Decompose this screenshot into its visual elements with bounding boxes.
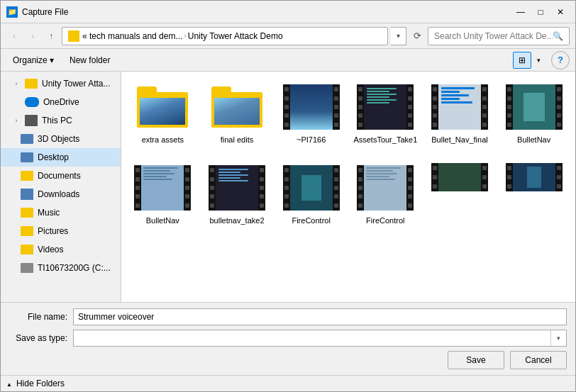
help-button[interactable]: ? (551, 51, 570, 69)
sidebar-item-music[interactable]: Music (1, 203, 121, 222)
search-box[interactable]: 🔍 (428, 27, 570, 45)
music-folder-icon (21, 208, 33, 218)
main-area: Unity Tower Atta... OneDrive This PC 3D … (1, 72, 575, 302)
file-thumb-bulletnav-take2 (209, 163, 265, 213)
onedrive-icon (25, 97, 39, 107)
sidebar-label-videos: Videos (38, 245, 63, 254)
sidebar-label-music: Music (38, 208, 60, 218)
file-label-bulletnav-take2: bulletnav_take2 (209, 215, 264, 225)
filename-input[interactable] (73, 308, 567, 325)
organize-button[interactable]: Organize ▾ (6, 52, 60, 69)
file-item-final-edits[interactable]: final edits (201, 77, 273, 155)
sidebar-item-downloads[interactable]: Downloads (1, 185, 121, 203)
file-label-bullet-nav2: BulletNav (146, 215, 179, 225)
file-thumb-extra-assets (134, 82, 191, 132)
search-input[interactable] (434, 31, 553, 41)
file-item-row3-1[interactable] (424, 158, 496, 194)
drive-c-icon (21, 263, 33, 273)
sidebar-item-drive-c[interactable]: TI10673200G (C:... (1, 259, 121, 277)
title-bar-controls: — □ ✕ (511, 5, 570, 19)
window-title: Capture File (22, 7, 511, 17)
sidebar-label-documents: Documents (38, 171, 81, 181)
file-item-bullet-nav1[interactable]: BulletNav (498, 77, 570, 155)
file-thumb-assets-tour (357, 82, 414, 132)
new-folder-button[interactable]: New folder (63, 52, 116, 69)
sidebar-item-3d-objects[interactable]: 3D Objects (1, 130, 121, 148)
file-grid: extra assets final edits (121, 72, 575, 302)
hide-folders-icon (6, 379, 12, 388)
toolbar: Organize ▾ New folder ⊞ ▾ ? (1, 49, 575, 72)
sidebar-label-desktop: Desktop (38, 152, 69, 162)
expand-icon (12, 79, 21, 88)
documents-folder-icon (21, 171, 33, 181)
sidebar-label-this-pc: This PC (42, 116, 72, 125)
search-icon: 🔍 (553, 31, 563, 41)
sidebar-label-3d-objects: 3D Objects (38, 134, 79, 144)
file-item-pi7166[interactable]: ~PI7166 (275, 77, 347, 155)
view-dropdown-button[interactable]: ▾ (533, 52, 544, 69)
pc-icon (25, 115, 38, 126)
desktop-folder-icon (21, 152, 33, 162)
maximize-button[interactable]: □ (531, 5, 550, 19)
file-item-bullet-nav-final[interactable]: Bullet_Nav_final (424, 77, 496, 155)
expand-icon-pc (12, 116, 21, 125)
sidebar-label-onedrive: OneDrive (43, 97, 79, 107)
file-item-bulletnav-take2[interactable]: bulletnav_take2 (201, 158, 273, 236)
sidebar-label-unity-tower: Unity Tower Atta... (42, 79, 111, 89)
sidebar: Unity Tower Atta... OneDrive This PC 3D … (1, 72, 121, 302)
file-thumb-bullet-nav2 (134, 163, 191, 213)
close-button[interactable]: ✕ (551, 5, 570, 19)
cancel-button[interactable]: Cancel (510, 351, 567, 369)
sidebar-label-downloads: Downloads (38, 189, 79, 199)
sidebar-item-documents[interactable]: Documents (1, 167, 121, 185)
hide-folders-row[interactable]: Hide Folders (1, 375, 575, 391)
file-item-assets-tour[interactable]: AssetsTour_Take1 (350, 77, 421, 155)
file-label-fire-control2: FireControl (366, 215, 404, 225)
savetype-dropdown-icon[interactable]: ▾ (550, 330, 566, 346)
file-item-extra-assets[interactable]: extra assets (127, 77, 199, 155)
sidebar-item-unity-tower[interactable]: Unity Tower Atta... (1, 74, 121, 93)
sidebar-item-videos[interactable]: Videos (1, 240, 121, 259)
sidebar-label-drive-c: TI10673200G (C:... (38, 263, 111, 273)
folder-icon (25, 79, 38, 89)
bottom-bar: File name: Save as type: ▾ Save Cancel (1, 302, 575, 375)
large-icons-view-button[interactable]: ⊞ (513, 52, 531, 69)
videos-folder-icon (21, 245, 33, 254)
sidebar-item-pictures[interactable]: Pictures (1, 222, 121, 240)
title-bar: 📁 Capture File — □ ✕ (1, 1, 575, 23)
address-folder-icon (68, 30, 79, 42)
minimize-button[interactable]: — (511, 5, 530, 19)
file-item-row3-2[interactable] (498, 158, 570, 194)
address-dropdown-button[interactable]: ▾ (391, 27, 406, 45)
address-bar: ‹ › ↑ « tech manuals and dem... › Unity … (1, 23, 575, 49)
file-label-bullet-nav1: BulletNav (517, 135, 550, 145)
window-icon: 📁 (6, 6, 18, 18)
file-item-fire-control2[interactable]: FireControl (350, 158, 421, 236)
sidebar-item-desktop[interactable]: Desktop (1, 148, 121, 167)
address-path-prefix: « tech manuals and dem... (82, 31, 182, 41)
file-thumb-row3-2 (506, 163, 563, 191)
savetype-label: Save as type: (9, 333, 73, 343)
refresh-button[interactable]: ⟳ (409, 28, 425, 44)
file-thumb-bullet-nav1 (506, 82, 563, 132)
back-button[interactable]: ‹ (6, 28, 22, 44)
up-button[interactable]: ↑ (43, 28, 59, 44)
file-item-bullet-nav2[interactable]: BulletNav (127, 158, 199, 236)
file-thumb-final-edits (209, 82, 265, 132)
sidebar-item-this-pc[interactable]: This PC (1, 111, 121, 130)
forward-button[interactable]: › (25, 28, 40, 44)
pictures-folder-icon (21, 226, 33, 236)
savetype-select[interactable]: ▾ (73, 330, 567, 347)
address-box[interactable]: « tech manuals and dem... › Unity Tower … (62, 27, 388, 45)
sidebar-item-onedrive[interactable]: OneDrive (1, 93, 121, 111)
address-path-current: Unity Tower Attack Demo (188, 31, 283, 41)
view-controls: ⊞ ▾ ? (513, 51, 570, 69)
address-separator: › (184, 32, 186, 40)
3d-folder-icon (21, 134, 33, 144)
file-item-fire-control1[interactable]: FireControl (275, 158, 347, 236)
save-button[interactable]: Save (448, 351, 504, 369)
file-label-final-edits: final edits (221, 135, 253, 145)
file-label-pi7166: ~PI7166 (297, 135, 326, 145)
capture-file-dialog: 📁 Capture File — □ ✕ ‹ › ↑ « tech manual… (0, 0, 576, 392)
savetype-row: Save as type: ▾ (9, 330, 567, 347)
